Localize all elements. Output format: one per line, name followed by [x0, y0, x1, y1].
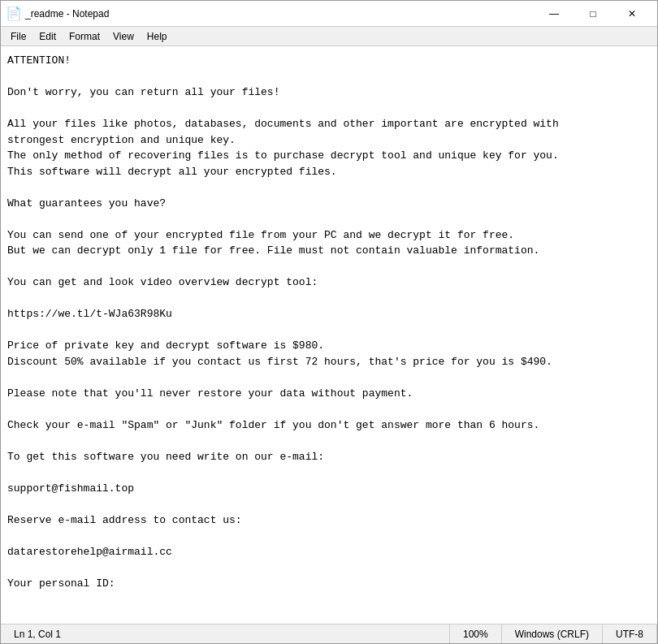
notepad-content: ATTENTION! Don't worry, you can return a… [7, 53, 651, 591]
title-bar: 📄 _readme - Notepad — □ ✕ [1, 1, 657, 27]
menu-bar: File Edit Format View Help [1, 27, 657, 46]
window-controls: — □ ✕ [535, 2, 651, 25]
status-line-ending: Windows (CRLF) [502, 625, 603, 643]
minimize-button[interactable]: — [535, 2, 573, 25]
app-icon: 📄 [7, 7, 20, 20]
notepad-window: 📄 _readme - Notepad — □ ✕ File Edit Form… [0, 0, 658, 644]
close-button[interactable]: ✕ [613, 2, 651, 25]
status-bar: Ln 1, Col 1 100% Windows (CRLF) UTF-8 [1, 624, 657, 643]
status-zoom: 100% [450, 625, 502, 643]
menu-edit[interactable]: Edit [32, 27, 63, 45]
menu-format[interactable]: Format [63, 27, 106, 45]
menu-view[interactable]: View [106, 27, 141, 45]
menu-file[interactable]: File [4, 27, 32, 45]
menu-help[interactable]: Help [141, 27, 174, 45]
status-position: Ln 1, Col 1 [1, 625, 450, 643]
status-encoding: UTF-8 [603, 625, 657, 643]
text-editor-area[interactable]: ATTENTION! Don't worry, you can return a… [1, 46, 657, 624]
restore-button[interactable]: □ [574, 2, 612, 25]
window-title: _readme - Notepad [25, 8, 535, 19]
